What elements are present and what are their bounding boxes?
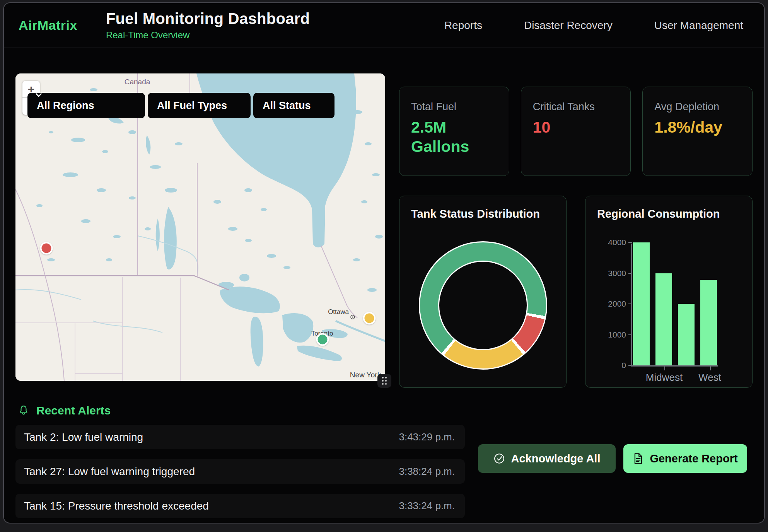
- map-label-ottawa: Ottawa: [328, 308, 349, 315]
- map-marker-critical[interactable]: [40, 242, 53, 255]
- map-label-new-york: New York: [350, 371, 381, 379]
- alert-time: 3:43:29 p.m.: [399, 431, 455, 443]
- bar-chart: 01000200030004000MidwestWest: [631, 244, 718, 367]
- y-axis-tick-label: 4000: [595, 238, 626, 247]
- stats-row: Total Fuel 2.5M Gallons Critical Tanks 1…: [399, 87, 753, 176]
- map-canvas[interactable]: Canada Ottawa Toronto New York + − All R…: [15, 73, 385, 381]
- bar: [633, 242, 650, 365]
- document-icon: [633, 453, 643, 464]
- bar: [678, 304, 695, 365]
- nav-item-disaster-recovery[interactable]: Disaster Recovery: [524, 19, 613, 32]
- nav-item-reports[interactable]: Reports: [444, 19, 482, 32]
- stat-value: 1.8%/​day: [654, 118, 724, 137]
- map-panel: Canada Ottawa Toronto New York + − All R…: [15, 73, 385, 381]
- tank-status-card: Tank Status Distribution: [399, 196, 567, 388]
- stat-label: Critical Tanks: [533, 101, 619, 113]
- bottom-section: Recent Alerts Tank 2: Low fuel warning 3…: [4, 404, 764, 523]
- alert-message: Tank 27: Low fuel warning triggered: [24, 466, 195, 478]
- actions: Acknowledge All Generate Report: [478, 404, 747, 523]
- alert-time: 3:33:24 p.m.: [399, 500, 455, 512]
- y-axis-tick-label: 3000: [595, 269, 626, 278]
- stat-card-critical-tanks: Critical Tanks 10: [521, 87, 631, 176]
- donut-chart-title: Tank Status Distribution: [411, 208, 555, 220]
- regional-consumption-card: Regional Consumption 01000200030004000Mi…: [585, 196, 753, 388]
- stat-label: Total Fuel: [411, 101, 497, 113]
- generate-report-button[interactable]: Generate Report: [623, 444, 747, 473]
- title-block: Fuel Monitoring Dashboard Real-Time Over…: [106, 10, 310, 41]
- stat-value: 10: [533, 118, 602, 137]
- region-filter-dropdown[interactable]: All Regions: [27, 93, 145, 118]
- alert-time: 3:38:24 p.m.: [399, 466, 455, 477]
- fuel-type-filter-value: All Fuel Types: [157, 100, 227, 112]
- x-axis-tick-label: Midwest: [646, 372, 683, 384]
- chevron-down-icon: [35, 93, 42, 97]
- bar: [655, 273, 672, 366]
- donut-hole: [438, 261, 528, 350]
- alert-row[interactable]: Tank 27: Low fuel warning triggered 3:38…: [15, 459, 465, 484]
- map-marker-warning[interactable]: [363, 312, 375, 324]
- stat-value: 2.5M Gallons: [411, 118, 481, 156]
- donut-chart: [419, 241, 547, 370]
- region-filter-value: All Regions: [37, 100, 94, 112]
- acknowledge-all-label: Acknowledge All: [511, 452, 601, 465]
- stat-card-avg-depletion: Avg Depletion 1.8%/​day: [642, 87, 753, 176]
- page-subtitle: Real-Time Overview: [106, 30, 310, 41]
- map-marker-normal[interactable]: [316, 333, 329, 346]
- main-nav: Reports Disaster Recovery User Managemen…: [444, 19, 743, 32]
- nav-item-user-management[interactable]: User Management: [654, 19, 743, 32]
- bar-series: [633, 244, 717, 365]
- map-filters: All Regions All Fuel Types All Status: [27, 93, 335, 118]
- map-graphic: Canada Ottawa Toronto New York: [15, 73, 385, 381]
- bar: [700, 280, 717, 365]
- generate-report-label: Generate Report: [650, 452, 737, 465]
- alert-message: Tank 15: Pressure threshold exceeded: [24, 500, 209, 512]
- status-filter-dropdown[interactable]: All Status: [253, 93, 335, 118]
- y-axis-tick-label: 2000: [595, 299, 626, 309]
- alert-message: Tank 2: Low fuel warning: [24, 431, 143, 443]
- y-axis-tick-label: 0: [595, 361, 626, 370]
- map-label-canada: Canada: [125, 78, 150, 86]
- status-filter-value: All Status: [263, 100, 311, 112]
- recent-alerts-panel: Recent Alerts Tank 2: Low fuel warning 3…: [15, 404, 465, 523]
- charts-row: Tank Status Distribution Regional Consum…: [399, 196, 753, 388]
- check-circle-icon: [493, 453, 505, 464]
- stat-label: Avg Depletion: [654, 101, 741, 113]
- stat-card-total-fuel: Total Fuel 2.5M Gallons: [399, 87, 509, 176]
- alert-row[interactable]: Tank 15: Pressure threshold exceeded 3:3…: [15, 494, 465, 518]
- acknowledge-all-button[interactable]: Acknowledge All: [478, 444, 616, 473]
- dashboard-frame: AirMatrix Fuel Monitoring Dashboard Real…: [3, 2, 765, 523]
- bell-icon: [18, 404, 29, 417]
- content: Canada Ottawa Toronto New York + − All R…: [4, 48, 764, 388]
- bar-chart-title: Regional Consumption: [597, 208, 741, 220]
- alert-row[interactable]: Tank 2: Low fuel warning 3:43:29 p.m.: [15, 425, 465, 449]
- fuel-type-filter-dropdown[interactable]: All Fuel Types: [148, 93, 251, 118]
- y-axis-tick-label: 1000: [595, 330, 626, 339]
- x-axis-tick-label: West: [698, 372, 721, 384]
- right-column: Total Fuel 2.5M Gallons Critical Tanks 1…: [399, 73, 753, 388]
- map-resize-handle[interactable]: [377, 374, 391, 388]
- alerts-heading: Recent Alerts: [18, 404, 465, 417]
- page-title: Fuel Monitoring Dashboard: [106, 10, 310, 27]
- app-logo: AirMatrix: [19, 18, 77, 33]
- header: AirMatrix Fuel Monitoring Dashboard Real…: [4, 3, 764, 48]
- alerts-heading-text: Recent Alerts: [36, 404, 111, 417]
